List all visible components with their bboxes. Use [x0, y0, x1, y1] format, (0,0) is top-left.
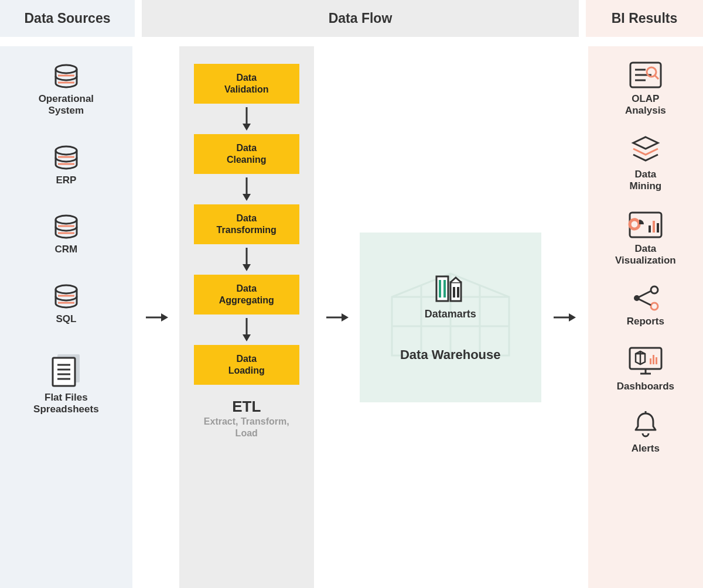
header-bi-results: BI Results	[586, 0, 703, 37]
etl-box: DataValidation DataCleaning DataTransfor…	[179, 46, 314, 588]
source-label: Flat FilesSpreadsheets	[33, 392, 99, 416]
svg-marker-25	[243, 264, 251, 271]
arrow-sources-to-etl	[144, 310, 169, 324]
svg-point-0	[56, 65, 77, 73]
arrow-down-icon	[240, 174, 254, 204]
chart-dashboard-icon	[627, 210, 664, 240]
etl-steps: DataValidation DataCleaning DataTransfor…	[191, 64, 302, 385]
svg-rect-33	[451, 282, 461, 301]
svg-rect-13	[53, 358, 75, 386]
svg-rect-45	[649, 225, 651, 233]
svg-marker-27	[243, 334, 251, 341]
database-icon	[52, 145, 80, 171]
bi-results-column: OLAPAnalysis DataMining	[588, 46, 703, 588]
result-label: OLAPAnalysis	[625, 93, 666, 117]
svg-rect-30	[436, 276, 448, 301]
source-operational-system: OperationalSystem	[39, 64, 94, 117]
database-icon	[52, 64, 80, 90]
file-icon	[50, 353, 82, 388]
data-warehouse-box: Datamarts Data Warehouse	[360, 233, 541, 402]
svg-marker-29	[342, 313, 349, 322]
etl-step-transforming: DataTransforming	[194, 204, 299, 244]
svg-line-52	[639, 299, 651, 305]
svg-line-51	[639, 291, 651, 297]
stack-layers-icon	[630, 135, 661, 165]
olap-analysis-icon	[628, 60, 663, 90]
svg-marker-37	[569, 313, 576, 322]
svg-rect-44	[630, 213, 661, 237]
result-alerts: Alerts	[632, 410, 660, 454]
etl-step-validation: DataValidation	[194, 64, 299, 104]
etl-step-loading: DataLoading	[194, 345, 299, 385]
source-flat-files: Flat FilesSpreadsheets	[33, 353, 99, 416]
datamarts-label: Datamarts	[425, 308, 476, 320]
arrow-dw-to-results	[552, 310, 576, 324]
svg-rect-31	[439, 280, 441, 298]
arrow-down-icon	[240, 104, 254, 134]
svg-line-43	[655, 76, 658, 79]
data-sources-column: OperationalSystem ERP CRM SQL	[0, 46, 132, 588]
dashboard-monitor-icon	[627, 346, 664, 377]
source-label: OperationalSystem	[39, 93, 94, 117]
svg-rect-32	[443, 280, 446, 298]
svg-point-6	[56, 216, 77, 224]
data-warehouse-label: Data Warehouse	[400, 347, 501, 363]
svg-rect-47	[657, 223, 659, 233]
result-dashboards: Dashboards	[617, 346, 674, 392]
arrow-right-icon	[552, 310, 576, 324]
arrow-right-icon	[325, 310, 349, 324]
svg-rect-46	[653, 221, 655, 233]
data-flow-column: DataValidation DataCleaning DataTransfor…	[139, 46, 581, 588]
result-label: DataMining	[629, 169, 661, 193]
svg-point-49	[651, 286, 658, 293]
svg-point-9	[56, 285, 77, 293]
source-label: SQL	[56, 313, 76, 325]
result-olap-analysis: OLAPAnalysis	[625, 60, 666, 117]
source-label: CRM	[55, 244, 78, 255]
source-sql: SQL	[52, 284, 80, 325]
etl-step-aggregating: DataAggregating	[194, 275, 299, 314]
result-data-mining: DataMining	[629, 135, 661, 193]
source-label: ERP	[56, 175, 76, 186]
bi-architecture-diagram: Data Sources Data Flow BI Results Operat…	[0, 0, 703, 588]
svg-rect-35	[457, 287, 459, 298]
flow-inner: DataValidation DataCleaning DataTransfor…	[139, 46, 581, 588]
share-nodes-icon	[630, 284, 661, 312]
etl-title: ETL	[232, 398, 261, 416]
svg-marker-23	[243, 194, 251, 201]
svg-marker-21	[243, 124, 251, 131]
source-erp: ERP	[52, 145, 80, 186]
datamarts-block: Datamarts	[425, 272, 476, 320]
etl-subtitle: Extract, Transform,Load	[204, 416, 289, 439]
result-label: Dashboards	[617, 381, 674, 392]
diagram-body: OperationalSystem ERP CRM SQL	[0, 46, 703, 588]
svg-point-48	[634, 295, 640, 301]
svg-point-50	[651, 303, 658, 310]
source-crm: CRM	[52, 214, 80, 255]
result-label: Reports	[627, 316, 664, 327]
datamarts-icon	[433, 272, 468, 303]
header-data-flow: Data Flow	[142, 0, 579, 37]
svg-rect-34	[453, 287, 455, 298]
svg-rect-59	[653, 355, 654, 364]
database-icon	[52, 214, 80, 240]
svg-point-3	[56, 146, 77, 155]
result-data-visualization: DataVisualization	[615, 210, 676, 267]
result-label: Alerts	[632, 443, 660, 454]
svg-marker-19	[161, 313, 168, 322]
arrow-right-icon	[145, 310, 168, 324]
column-headers: Data Sources Data Flow BI Results	[0, 0, 703, 37]
header-data-sources: Data Sources	[0, 0, 135, 37]
arrow-down-icon	[240, 244, 254, 275]
arrow-down-icon	[240, 314, 254, 345]
svg-rect-60	[656, 357, 657, 364]
result-label: DataVisualization	[615, 243, 676, 267]
svg-rect-58	[650, 358, 651, 364]
result-reports: Reports	[627, 284, 664, 327]
etl-step-cleaning: DataCleaning	[194, 134, 299, 174]
database-icon	[52, 284, 80, 310]
arrow-etl-to-dw	[325, 310, 349, 324]
bell-icon	[632, 410, 659, 439]
